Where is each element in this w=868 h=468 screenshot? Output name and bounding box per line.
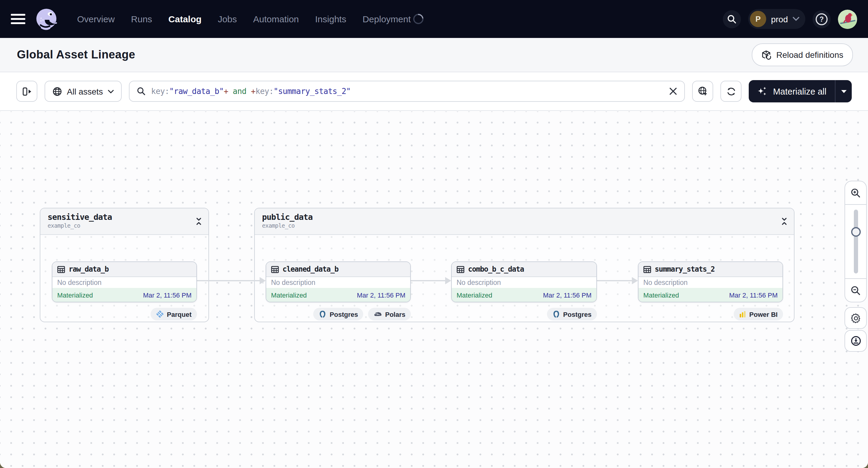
tag-label: Parquet (167, 311, 191, 318)
table-icon (643, 265, 651, 273)
parquet-icon (156, 310, 164, 318)
reload-definitions-label: Reload definitions (776, 50, 843, 60)
status-badge: Materialized (271, 291, 307, 299)
collapse-group-icon[interactable] (781, 217, 788, 228)
user-avatar[interactable] (838, 9, 857, 29)
asset-name: combo_b_c_data (468, 265, 524, 274)
status-badge: Materialized (57, 291, 93, 299)
materialization-timestamp[interactable]: Mar 2, 11:56 PM (729, 291, 778, 299)
group-name: public_data (262, 212, 787, 222)
nav-items: Overview Runs Catalog Jobs Automation In… (77, 14, 411, 24)
zoom-slider[interactable] (845, 204, 866, 279)
nav-item-runs[interactable]: Runs (131, 14, 152, 24)
asset-description: No description (53, 277, 196, 288)
asset-name: raw_data_b (69, 265, 109, 274)
asset-tags-summary-stats-2: Power BI (638, 308, 783, 320)
tag-label: Polars (385, 311, 405, 318)
asset-node-combo-b-c-data[interactable]: combo_b_c_data No description Materializ… (451, 261, 597, 302)
edge-combo-to-summary (597, 280, 632, 281)
postgres-icon (319, 310, 327, 318)
deployment-name: prod (771, 14, 788, 24)
refresh-button[interactable] (721, 81, 742, 102)
materialize-all-label: Materialize all (773, 87, 827, 96)
edge-arrowhead-icon (445, 277, 451, 284)
tag-power-bi[interactable]: Power BI (734, 308, 783, 320)
asset-description: No description (639, 277, 782, 288)
nav-item-jobs[interactable]: Jobs (218, 14, 237, 24)
materialize-options-button[interactable] (835, 80, 852, 102)
dagster-app-window: Overview Runs Catalog Jobs Automation In… (0, 0, 868, 468)
asset-status-row: Materialized Mar 2, 11:56 PM (53, 288, 196, 302)
nav-item-insights[interactable]: Insights (315, 14, 346, 24)
group-location: example_co (262, 222, 787, 229)
asset-search-input[interactable]: key:"raw_data_b"+ and +key:"summary_stat… (129, 81, 685, 102)
gear-icon (850, 313, 861, 323)
table-icon (271, 265, 279, 273)
group-header[interactable]: sensitive_data example_co (40, 209, 209, 235)
lineage-canvas[interactable]: sensitive_data example_co public_data ex… (0, 112, 868, 468)
loading-spinner-icon (411, 12, 426, 26)
reload-definitions-icon (761, 50, 771, 60)
deployment-switcher[interactable]: P prod (748, 9, 805, 29)
tag-parquet[interactable]: Parquet (151, 308, 197, 320)
tag-label: Postgres (330, 311, 358, 318)
zoom-in-icon (850, 188, 861, 198)
nav-item-overview[interactable]: Overview (77, 14, 115, 24)
polars-icon (374, 311, 382, 317)
open-side-panel-button[interactable] (16, 81, 37, 102)
asset-node-header: summary_stats_2 (639, 262, 782, 277)
group-location: example_co (48, 222, 201, 229)
page-title: Global Asset Lineage (17, 48, 135, 61)
asset-tags-raw-data-b: Parquet (52, 308, 197, 320)
page-header: Global Asset Lineage Reload definitions (0, 38, 868, 72)
status-badge: Materialized (457, 291, 492, 299)
clear-search-button[interactable] (670, 87, 677, 98)
nav-item-deployment[interactable]: Deployment (363, 14, 411, 24)
asset-tags-combo-b-c-data: Postgres (451, 308, 597, 320)
postgres-icon (552, 310, 560, 318)
asset-node-header: combo_b_c_data (452, 262, 596, 277)
collapse-group-icon[interactable] (195, 217, 203, 228)
table-icon (457, 265, 464, 273)
menu-icon[interactable] (11, 14, 25, 24)
zoom-slider-thumb[interactable] (851, 227, 861, 237)
refresh-icon (726, 87, 736, 96)
asset-node-summary-stats-2[interactable]: summary_stats_2 No description Materiali… (638, 261, 783, 302)
zoom-in-button[interactable] (845, 181, 866, 204)
search-button[interactable] (723, 10, 741, 28)
asset-node-cleaned-data-b[interactable]: cleaned_data_b No description Materializ… (266, 261, 411, 302)
graph-settings-button[interactable] (844, 307, 867, 329)
group-header[interactable]: public_data example_co (255, 209, 794, 235)
zoom-slider-track[interactable] (854, 210, 858, 274)
lineage-toolbar: All assets key:"raw_data_b"+ and +key:"s… (0, 72, 868, 111)
nav-item-catalog[interactable]: Catalog (168, 14, 202, 24)
zoom-out-icon (850, 285, 861, 295)
tag-polars[interactable]: Polars (368, 308, 411, 320)
globe-plus-icon (698, 86, 708, 96)
materialization-timestamp[interactable]: Mar 2, 11:56 PM (143, 291, 191, 299)
asset-scope-label: All assets (67, 87, 103, 96)
nav-item-automation[interactable]: Automation (253, 14, 299, 24)
materialization-timestamp[interactable]: Mar 2, 11:56 PM (543, 291, 591, 299)
tag-label: Power BI (749, 311, 778, 318)
materialize-all-button[interactable]: Materialize all (749, 80, 835, 102)
help-button[interactable]: ? (813, 10, 831, 28)
tag-postgres[interactable]: Postgres (313, 308, 364, 320)
asset-node-header: cleaned_data_b (266, 262, 410, 277)
asset-description: No description (452, 277, 596, 288)
zoom-out-button[interactable] (845, 279, 866, 302)
export-graph-button[interactable] (844, 330, 867, 352)
materialization-timestamp[interactable]: Mar 2, 11:56 PM (357, 291, 405, 299)
asset-name: cleaned_data_b (282, 265, 339, 274)
sparkles-icon (757, 86, 768, 96)
tag-postgres[interactable]: Postgres (547, 308, 597, 320)
nav-right-cluster: P prod ? (723, 9, 857, 29)
dagster-logo-icon[interactable] (34, 6, 59, 32)
asset-node-raw-data-b[interactable]: raw_data_b No description Materialized M… (52, 261, 197, 302)
asset-scope-dropdown[interactable]: All assets (44, 81, 122, 102)
edge-cleaned-to-combo (410, 280, 445, 281)
zoom-to-fit-button[interactable] (692, 81, 713, 102)
reload-definitions-button[interactable]: Reload definitions (751, 43, 853, 66)
panel-expand-icon (22, 87, 32, 96)
edge-raw-to-cleaned (197, 280, 259, 281)
